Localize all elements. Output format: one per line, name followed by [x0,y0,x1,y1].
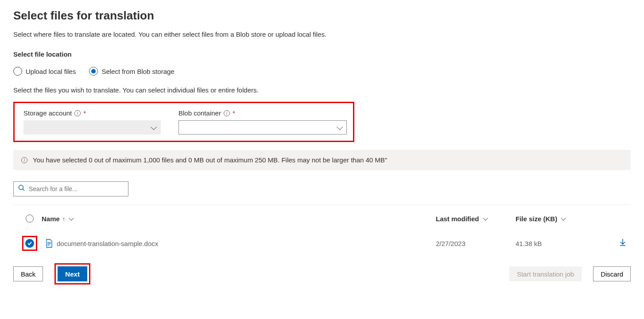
storage-account-field: Storage account i * [23,109,161,135]
chevron-down-icon [483,215,488,220]
table-row[interactable]: document-translation-sample.docx 2/27/20… [13,231,631,256]
select-all-checkbox[interactable] [18,215,42,223]
radio-upload-local-label: Upload local files [26,68,76,75]
sort-ascending-icon: ↑ [62,215,66,222]
file-table-header: Name ↑ Last modified File size (KB) [13,207,631,231]
radio-blob-storage-label: Select from Blob storage [101,68,174,75]
next-highlight: Next [54,263,90,284]
required-mark: * [233,109,235,117]
blob-container-dropdown[interactable] [178,120,347,135]
row-checkbox-checked[interactable] [25,239,34,248]
file-size: 41.38 kB [516,240,604,247]
radio-icon [89,67,98,76]
chevron-down-icon [337,123,343,130]
footer-actions: Back Next Start translation job Discard [13,263,631,284]
blob-container-label: Blob container [178,109,221,117]
column-header-filesize[interactable]: File size (KB) [516,215,604,223]
search-icon [18,184,25,193]
file-modified: 2/27/2023 [436,240,516,247]
document-icon [42,239,57,248]
info-icon[interactable]: i [224,110,230,116]
file-location-radio-group: Upload local files Select from Blob stor… [13,67,631,76]
discard-button[interactable]: Discard [593,266,631,281]
column-header-name[interactable]: Name ↑ [42,215,436,223]
storage-account-label: Storage account [23,109,72,117]
info-icon[interactable]: i [74,110,81,116]
selection-instruction: Select the files you wish to translate. … [13,86,631,94]
column-name-label: Name [42,215,60,223]
file-search-input[interactable] [29,185,124,192]
radio-icon [13,67,22,76]
selection-limits-text: You have selected 0 out of maximum 1,000… [33,156,387,164]
column-modified-label: Last modified [436,215,479,223]
chevron-down-icon [151,123,157,130]
chevron-down-icon [69,215,74,220]
column-header-modified[interactable]: Last modified [436,215,516,223]
info-icon: i [21,157,27,163]
page-title: Select files for translation [13,9,631,23]
row-check-highlight [22,236,37,251]
svg-line-1 [23,189,24,191]
file-name: document-translation-sample.docx [57,240,436,247]
storage-config-highlight: Storage account i * Blob container i * [13,102,354,142]
required-mark: * [83,109,86,117]
file-search-box[interactable] [13,181,128,196]
selection-limits-banner: i You have selected 0 out of maximum 1,0… [13,150,631,170]
page-description: Select where files to translate are loca… [13,31,631,38]
blob-container-field: Blob container i * [178,109,347,135]
radio-upload-local[interactable]: Upload local files [13,67,76,76]
chevron-down-icon [561,215,566,220]
back-button[interactable]: Back [13,266,43,281]
storage-account-dropdown[interactable] [23,120,161,135]
column-filesize-label: File size (KB) [516,215,557,223]
radio-blob-storage[interactable]: Select from Blob storage [89,67,174,76]
next-button[interactable]: Next [58,266,87,281]
start-translation-button: Start translation job [509,266,582,281]
download-button[interactable] [604,238,626,249]
file-location-label: Select file location [13,50,631,58]
divider [13,204,631,205]
